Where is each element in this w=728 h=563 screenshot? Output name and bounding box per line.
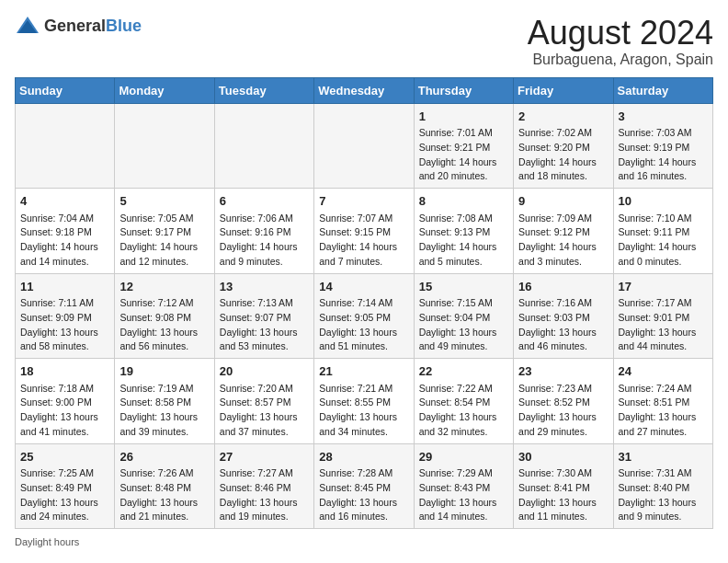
footer: Daylight hours	[15, 536, 713, 547]
calendar-cell	[16, 103, 115, 189]
cell-info: Sunset: 9:01 PM	[619, 311, 708, 326]
day-number: 9	[518, 192, 608, 211]
calendar-cell: 21Sunrise: 7:21 AMSunset: 8:55 PMDayligh…	[314, 359, 414, 444]
cell-info: Sunrise: 7:16 AM	[518, 296, 608, 311]
header-day: Tuesday	[214, 77, 313, 103]
cell-info: Sunset: 9:11 PM	[619, 225, 708, 240]
cell-info: Daylight: 13 hours and 46 minutes.	[518, 326, 608, 355]
logo-general: General	[44, 17, 106, 35]
calendar-cell: 13Sunrise: 7:13 AMSunset: 9:07 PMDayligh…	[214, 273, 313, 359]
cell-info: Sunset: 8:45 PM	[319, 481, 408, 496]
cell-info: Daylight: 14 hours and 0 minutes.	[619, 240, 708, 270]
calendar-cell: 24Sunrise: 7:24 AMSunset: 8:51 PMDayligh…	[613, 359, 712, 444]
cell-info: Sunrise: 7:22 AM	[419, 382, 508, 396]
cell-info: Sunrise: 7:04 AM	[20, 212, 109, 226]
page-header: GeneralBlue August 2024 Burbaguena, Arag…	[15, 15, 713, 68]
day-number: 7	[319, 192, 408, 211]
cell-info: Sunrise: 7:21 AM	[319, 382, 408, 396]
day-number: 1	[419, 108, 508, 126]
cell-info: Daylight: 14 hours and 12 minutes.	[119, 240, 209, 270]
cell-info: Sunrise: 7:15 AM	[419, 296, 508, 311]
header-day: Monday	[115, 77, 214, 103]
calendar-cell: 14Sunrise: 7:14 AMSunset: 9:05 PMDayligh…	[314, 273, 414, 359]
cell-info: Daylight: 13 hours and 27 minutes.	[619, 410, 708, 440]
logo-blue: Blue	[106, 17, 142, 35]
day-number: 31	[619, 448, 708, 466]
cell-info: Daylight: 14 hours and 16 minutes.	[619, 155, 708, 185]
cell-info: Sunrise: 7:03 AM	[619, 126, 708, 141]
cell-info: Daylight: 13 hours and 14 minutes.	[419, 496, 508, 525]
cell-info: Sunrise: 7:07 AM	[319, 212, 408, 226]
cell-info: Sunrise: 7:06 AM	[220, 212, 309, 226]
cell-info: Sunrise: 7:02 AM	[518, 126, 608, 141]
cell-info: Sunset: 9:18 PM	[20, 225, 109, 240]
logo-icon	[15, 15, 40, 37]
calendar-cell: 5Sunrise: 7:05 AMSunset: 9:17 PMDaylight…	[115, 189, 214, 274]
calendar-week: 18Sunrise: 7:18 AMSunset: 9:00 PMDayligh…	[16, 359, 713, 444]
cell-info: Sunrise: 7:30 AM	[518, 466, 608, 481]
cell-info: Daylight: 14 hours and 3 minutes.	[518, 240, 608, 270]
cell-info: Sunrise: 7:24 AM	[619, 382, 708, 396]
cell-info: Sunrise: 7:01 AM	[419, 126, 508, 141]
calendar-week: 1Sunrise: 7:01 AMSunset: 9:21 PMDaylight…	[16, 103, 713, 189]
day-number: 15	[419, 278, 508, 296]
calendar-cell: 17Sunrise: 7:17 AMSunset: 9:01 PMDayligh…	[613, 273, 712, 359]
day-number: 2	[518, 108, 608, 126]
cell-info: Daylight: 13 hours and 44 minutes.	[619, 326, 708, 355]
cell-info: Sunset: 9:20 PM	[518, 141, 608, 155]
cell-info: Sunset: 9:13 PM	[419, 225, 508, 240]
calendar-cell: 6Sunrise: 7:06 AMSunset: 9:16 PMDaylight…	[214, 189, 313, 274]
day-number: 10	[619, 192, 708, 211]
cell-info: Daylight: 14 hours and 18 minutes.	[518, 155, 608, 185]
cell-info: Sunrise: 7:10 AM	[619, 212, 708, 226]
day-number: 29	[419, 448, 508, 466]
day-number: 11	[20, 278, 109, 296]
cell-info: Sunset: 8:54 PM	[419, 396, 508, 410]
day-number: 17	[619, 278, 708, 296]
calendar-header: SundayMondayTuesdayWednesdayThursdayFrid…	[16, 77, 713, 103]
calendar-cell	[115, 103, 214, 189]
calendar-cell: 20Sunrise: 7:20 AMSunset: 8:57 PMDayligh…	[214, 359, 313, 444]
day-number: 5	[119, 192, 209, 211]
cell-info: Sunrise: 7:28 AM	[319, 466, 408, 481]
cell-info: Sunset: 8:41 PM	[518, 481, 608, 496]
cell-info: Sunset: 8:49 PM	[20, 481, 109, 496]
day-number: 24	[619, 362, 708, 381]
day-number: 14	[319, 278, 408, 296]
cell-info: Sunset: 9:04 PM	[419, 311, 508, 326]
cell-info: Sunset: 8:46 PM	[220, 481, 309, 496]
calendar-week: 4Sunrise: 7:04 AMSunset: 9:18 PMDaylight…	[16, 189, 713, 274]
header-day: Friday	[514, 77, 613, 103]
cell-info: Sunrise: 7:27 AM	[220, 466, 309, 481]
logo-text: GeneralBlue	[44, 17, 142, 36]
cell-info: Daylight: 13 hours and 39 minutes.	[119, 410, 209, 440]
day-number: 27	[220, 448, 309, 466]
calendar-body: 1Sunrise: 7:01 AMSunset: 9:21 PMDaylight…	[16, 103, 713, 529]
cell-info: Sunrise: 7:25 AM	[20, 466, 109, 481]
cell-info: Daylight: 13 hours and 51 minutes.	[319, 326, 408, 355]
cell-info: Sunset: 8:52 PM	[518, 396, 608, 410]
cell-info: Daylight: 13 hours and 16 minutes.	[319, 496, 408, 525]
calendar-cell: 29Sunrise: 7:29 AMSunset: 8:43 PMDayligh…	[414, 443, 513, 529]
cell-info: Sunset: 9:17 PM	[119, 225, 209, 240]
cell-info: Daylight: 13 hours and 32 minutes.	[419, 410, 508, 440]
day-number: 8	[419, 192, 508, 211]
calendar: SundayMondayTuesdayWednesdayThursdayFrid…	[15, 77, 713, 530]
cell-info: Daylight: 14 hours and 9 minutes.	[220, 240, 309, 270]
cell-info: Sunrise: 7:14 AM	[319, 296, 408, 311]
header-day: Wednesday	[314, 77, 414, 103]
cell-info: Daylight: 13 hours and 34 minutes.	[319, 410, 408, 440]
calendar-cell	[214, 103, 313, 189]
cell-info: Daylight: 13 hours and 58 minutes.	[20, 326, 109, 355]
cell-info: Sunset: 8:43 PM	[419, 481, 508, 496]
cell-info: Daylight: 13 hours and 9 minutes.	[619, 496, 708, 525]
cell-info: Sunrise: 7:31 AM	[619, 466, 708, 481]
day-number: 18	[20, 362, 109, 381]
cell-info: Daylight: 13 hours and 11 minutes.	[518, 496, 608, 525]
cell-info: Daylight: 13 hours and 49 minutes.	[419, 326, 508, 355]
cell-info: Sunset: 9:09 PM	[20, 311, 109, 326]
title-area: August 2024 Burbaguena, Aragon, Spain	[528, 15, 713, 68]
day-number: 22	[419, 362, 508, 381]
calendar-cell: 31Sunrise: 7:31 AMSunset: 8:40 PMDayligh…	[613, 443, 712, 529]
location-title: Burbaguena, Aragon, Spain	[528, 52, 713, 68]
